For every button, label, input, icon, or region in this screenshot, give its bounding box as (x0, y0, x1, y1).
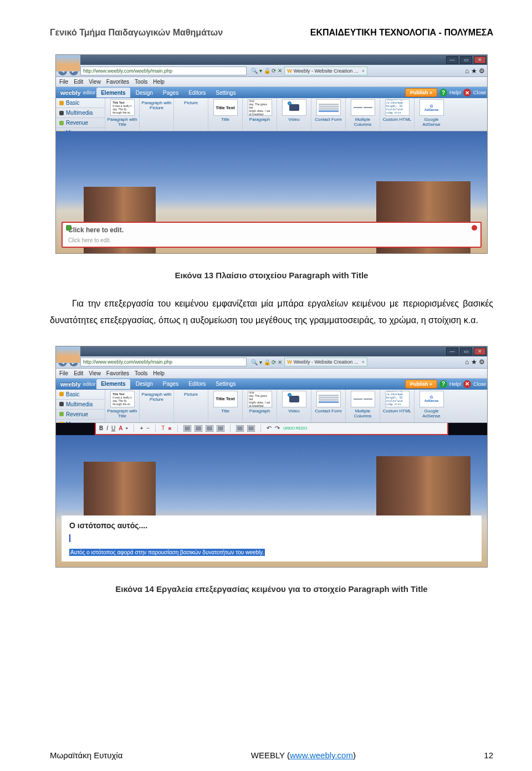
underline-button[interactable]: U (111, 425, 115, 431)
menu-fav[interactable]: Favorites (106, 79, 129, 85)
url-field[interactable]: http://www.weebly.com/weebly/main.php (80, 67, 247, 75)
window-max-icon-2[interactable]: ▭ (460, 348, 472, 355)
align-center-icon[interactable] (195, 425, 202, 432)
el-paragraph[interactable]: It was a really niceday. The grass feltb… (242, 98, 277, 131)
el-para-picture-2[interactable]: Paragraph with Picture (139, 390, 173, 422)
menu-help[interactable]: Help (153, 79, 165, 85)
footer-page: 12 (484, 750, 493, 760)
redo-button[interactable]: ↷ (275, 425, 280, 432)
cat-basic-2[interactable]: Basic (56, 390, 105, 400)
window-close-icon-2[interactable]: ✕ (474, 348, 486, 355)
menu-view[interactable]: View (89, 79, 101, 85)
align-right-icon[interactable] (206, 425, 213, 432)
el-custom-html-2[interactable]: <object ty /x:shockwa height: 32 style="… (380, 390, 414, 422)
el-para-title-2[interactable]: Title TextIt was a really nday. The flyt… (105, 390, 139, 422)
el-para-picture[interactable]: Paragraph with Picture (139, 98, 173, 131)
list-number-icon[interactable] (247, 425, 255, 432)
tab-design[interactable]: Design (131, 88, 157, 98)
window-min-icon[interactable]: — (446, 56, 458, 64)
tab-title: Weebly - Website Creation ... (294, 68, 359, 74)
body-paragraph: Για την επεξεργασία του κειμένου εμφανίζ… (50, 295, 493, 329)
menu-fav-2[interactable]: Favorites (106, 370, 129, 376)
color-button[interactable]: A (119, 425, 122, 431)
undo-button[interactable]: ↶ (267, 425, 272, 432)
figure-caption-2: Εικόνα 14 Εργαλεία επεξεργασίας κειμένου… (50, 584, 493, 594)
el-picture-2[interactable]: Picture (173, 390, 208, 422)
el-para-title[interactable]: Title TextIt was a really nday. The flyt… (105, 98, 139, 131)
menu-edit[interactable]: Edit (74, 79, 83, 85)
menu-bar: File Edit View Favorites Tools Help (56, 77, 487, 87)
menu-edit-2[interactable]: Edit (74, 370, 83, 376)
align-left-icon[interactable] (183, 425, 191, 432)
tab-elements[interactable]: Elements (96, 88, 130, 98)
editor-content-block[interactable]: Ο ιστότοπος αυτός.... Αυτός ο ιστότοπος … (62, 515, 482, 561)
cat-multimedia-2[interactable]: Multimedia (56, 400, 105, 410)
size-plus-button[interactable]: + (140, 425, 143, 431)
menu-file[interactable]: File (59, 79, 68, 85)
cat-revenue[interactable]: Revenue (56, 118, 105, 128)
menu-help-2[interactable]: Help (153, 370, 165, 376)
close-icon[interactable]: ✕ (463, 89, 471, 96)
selected-text[interactable]: Αυτός ο ιστότοπος αφορά στην παρουσίαση … (69, 549, 265, 556)
window-min-icon-2[interactable]: — (446, 348, 458, 355)
footer-link[interactable]: www.weebly.com (290, 750, 353, 760)
el-contact-form[interactable]: Contact Form (311, 98, 345, 131)
tab-pages[interactable]: Pages (158, 88, 183, 98)
size-minus-button[interactable]: − (146, 425, 150, 431)
close-icon-2[interactable]: ✕ (463, 380, 471, 388)
menu-view-2[interactable]: View (89, 370, 101, 376)
tab-settings[interactable]: Settings (211, 88, 240, 98)
italic-button[interactable]: I (106, 425, 108, 431)
el-title-2[interactable]: Title TextTitle (208, 390, 242, 422)
tab-close-icon-2[interactable]: × (362, 359, 365, 365)
cat-revenue-2[interactable]: Revenue (56, 410, 105, 420)
tab-elements-2[interactable]: Elements (96, 379, 130, 389)
browser-tab-2[interactable]: W Weebly - Website Creation ... × (284, 358, 367, 366)
el-title[interactable]: Title TextTitle (208, 98, 242, 131)
tab-design-2[interactable]: Design (131, 379, 157, 389)
publish-button-2[interactable]: Publish » (405, 380, 437, 389)
menu-tools[interactable]: Tools (135, 79, 147, 85)
browser-tab[interactable]: W Weebly - Website Creation ... × (284, 67, 367, 75)
el-video[interactable]: Video (277, 98, 311, 131)
align-justify-icon[interactable] (217, 425, 224, 432)
url-field-2[interactable]: http://www.weebly.com/weebly/main.php (80, 358, 247, 366)
publish-button[interactable]: Publish » (405, 88, 437, 97)
cat-basic[interactable]: Basic (56, 98, 105, 108)
edit-sub-text[interactable]: Click here to edit. (68, 237, 475, 243)
tab-pages-2[interactable]: Pages (158, 379, 183, 389)
window-max-icon[interactable]: ▭ (460, 56, 472, 64)
tab-settings-2[interactable]: Settings (211, 379, 240, 389)
handle-icon[interactable] (66, 225, 71, 231)
delete-icon[interactable] (472, 225, 477, 231)
window-close-icon[interactable]: ✕ (474, 56, 486, 64)
menu-file-2[interactable]: File (59, 370, 68, 376)
el-contact-form-2[interactable]: Contact Form (311, 390, 345, 422)
help-icon-2[interactable]: ? (439, 380, 447, 388)
clear-format-button[interactable]: T (161, 425, 165, 431)
tab-close-icon[interactable]: × (362, 68, 365, 74)
list-bullet-icon[interactable] (236, 425, 244, 432)
tab-editors-2[interactable]: Editors (184, 379, 210, 389)
el-custom-html[interactable]: <object ty /x:shockwa height: 32 style="… (380, 98, 414, 131)
footer-author: Μωραϊτάκη Ευτυχία (50, 750, 122, 760)
bold-button[interactable]: B (99, 425, 103, 431)
content-title[interactable]: Ο ιστότοπος αυτός.... (69, 521, 474, 530)
weebly-logo-2: weebly (57, 381, 84, 387)
el-multi-columns[interactable]: Multiple Columns (345, 98, 380, 131)
el-adsense[interactable]: GAdSenseGoogle AdSense (414, 98, 448, 131)
tab-editors[interactable]: Editors (184, 88, 210, 98)
el-paragraph-2[interactable]: It was a really niceday. The grass feltb… (242, 390, 277, 422)
weebly-logo: weebly (57, 89, 84, 96)
addr-icons: ⌂ ★ ⚙ (465, 67, 485, 75)
el-adsense-2[interactable]: GAdSenseGoogle AdSense (414, 390, 448, 422)
el-video-2[interactable]: Video (277, 390, 311, 422)
el-multi-columns-2[interactable]: Multiple Columns (345, 390, 380, 422)
edit-title-block[interactable]: Click here to edit. Click here to edit. (62, 222, 482, 248)
menu-tools-2[interactable]: Tools (135, 370, 147, 376)
edit-title-text[interactable]: Click here to edit. (68, 226, 475, 234)
help-icon[interactable]: ? (439, 89, 447, 96)
window-titlebar: — ▭ ✕ (56, 55, 487, 65)
cat-multimedia[interactable]: Multimedia (56, 108, 105, 118)
el-picture[interactable]: Picture (173, 98, 208, 131)
